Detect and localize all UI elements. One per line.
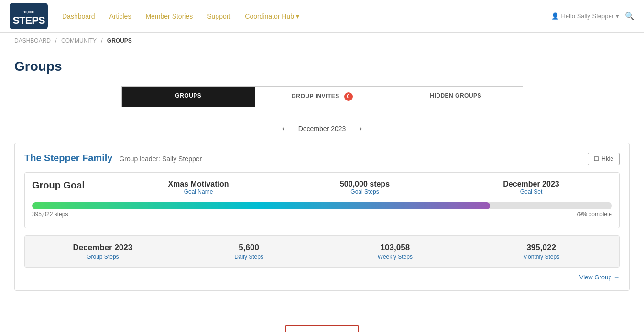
nav-articles[interactable]: Articles [109, 12, 131, 20]
group-header-left: The Stepper Family Group leader: Sally S… [24, 153, 202, 164]
progress-fill [32, 202, 490, 209]
progress-complete: 79% complete [576, 211, 612, 218]
group-leader: Group leader: Sally Stepper [119, 155, 202, 163]
breadcrumb-current: GROUPS [107, 37, 132, 44]
tabs-container: GROUPS GROUP INVITES 0 HIDDEN GROUPS [0, 81, 644, 117]
stats-row: December 2023 Group Steps 5,600 Daily St… [24, 235, 620, 268]
nav-support[interactable]: Support [207, 12, 230, 20]
stat-weekly-value: 103,058 [325, 243, 466, 253]
progress-bar-container: 395,022 steps 79% complete [32, 202, 612, 218]
tabs: GROUPS GROUP INVITES 0 HIDDEN GROUPS [121, 86, 523, 107]
chevron-down-icon: ▾ [296, 12, 299, 20]
logo[interactable]: 10,000 STEPS [10, 3, 48, 29]
stat-period-value: December 2023 [32, 243, 174, 253]
main-nav: 10,000 STEPS Dashboard Articles Member S… [0, 0, 644, 33]
stat-daily-value: 5,600 [178, 243, 320, 253]
nav-member-stories[interactable]: Member Stories [145, 12, 193, 20]
nav-links: Dashboard Articles Member Stories Suppor… [62, 12, 551, 20]
breadcrumb-community[interactable]: COMMUNITY [61, 37, 97, 44]
stat-period: December 2023 Group Steps [32, 243, 174, 260]
search-icon[interactable]: 🔍 [625, 11, 634, 21]
breadcrumb-sep-2: / [101, 37, 102, 44]
date-label: December 2023 [298, 125, 346, 133]
group-goal-section: Group Goal Xmas Motivation Goal Name 500… [24, 172, 620, 228]
date-nav: ‹ December 2023 › [0, 117, 644, 143]
breadcrumb-sep-1: / [55, 37, 56, 44]
hide-icon: ☐ [594, 155, 599, 162]
view-group-row: View Group → [24, 274, 620, 281]
groups-list: The Stepper Family Group leader: Sally S… [0, 143, 644, 315]
user-greeting[interactable]: 👤 Hello Sally Stepper ▾ [551, 12, 619, 20]
breadcrumb-dashboard[interactable]: DASHBOARD [14, 37, 51, 44]
page-title: Groups [0, 49, 644, 81]
breadcrumb: DASHBOARD / COMMUNITY / GROUPS [0, 33, 644, 49]
progress-track [32, 202, 612, 209]
goal-grid: Group Goal Xmas Motivation Goal Name 500… [32, 180, 612, 195]
group-header: The Stepper Family Group leader: Sally S… [24, 153, 620, 165]
goal-set-value: December 2023 [450, 180, 612, 188]
stat-weekly-label: Weekly Steps [325, 254, 466, 260]
create-group-button[interactable]: 👥 Create group [285, 325, 359, 332]
tab-group-invites[interactable]: GROUP INVITES 0 [255, 87, 389, 107]
stat-daily-label: Daily Steps [178, 254, 320, 260]
stat-monthly-value: 395,022 [470, 243, 612, 253]
create-group-container: 👥 Create group [0, 315, 644, 332]
stat-monthly-label: Monthly Steps [470, 254, 612, 260]
goal-name-col: Xmas Motivation Goal Name [118, 180, 279, 195]
date-prev-button[interactable]: ‹ [278, 122, 289, 135]
date-next-button[interactable]: › [355, 122, 366, 135]
nav-right: 👤 Hello Sally Stepper ▾ 🔍 [551, 11, 634, 21]
goal-section-label: Group Goal [32, 180, 113, 195]
stat-monthly: 395,022 Monthly Steps [470, 243, 612, 260]
chevron-down-icon: ▾ [616, 12, 619, 20]
goal-steps-label: Goal Steps [284, 188, 446, 195]
goal-steps-value: 500,000 steps [284, 180, 446, 188]
invites-badge: 0 [344, 92, 353, 101]
svg-text:STEPS: STEPS [12, 14, 44, 26]
group-card: The Stepper Family Group leader: Sally S… [14, 143, 630, 291]
tab-groups[interactable]: GROUPS [122, 87, 256, 107]
progress-labels: 395,022 steps 79% complete [32, 211, 612, 218]
stat-daily: 5,600 Daily Steps [178, 243, 320, 260]
goal-set-label: Goal Set [450, 188, 612, 195]
nav-coordinator-hub[interactable]: Coordinator Hub ▾ [245, 12, 299, 20]
stat-period-label: Group Steps [32, 254, 174, 260]
nav-dashboard[interactable]: Dashboard [62, 12, 95, 20]
svg-text:10,000: 10,000 [23, 11, 34, 14]
goal-name-label: Goal Name [118, 188, 279, 195]
goal-name-value: Xmas Motivation [118, 180, 279, 188]
group-name: The Stepper Family [24, 153, 113, 163]
tab-hidden-groups[interactable]: HIDDEN GROUPS [389, 87, 523, 107]
user-icon: 👤 [551, 12, 559, 20]
stat-weekly: 103,058 Weekly Steps [325, 243, 466, 260]
hide-button[interactable]: ☐ Hide [588, 153, 620, 165]
goal-steps-col: 500,000 steps Goal Steps [284, 180, 446, 195]
view-group-link[interactable]: View Group → [579, 274, 620, 281]
progress-current-steps: 395,022 steps [32, 211, 68, 218]
goal-set-col: December 2023 Goal Set [450, 180, 612, 195]
